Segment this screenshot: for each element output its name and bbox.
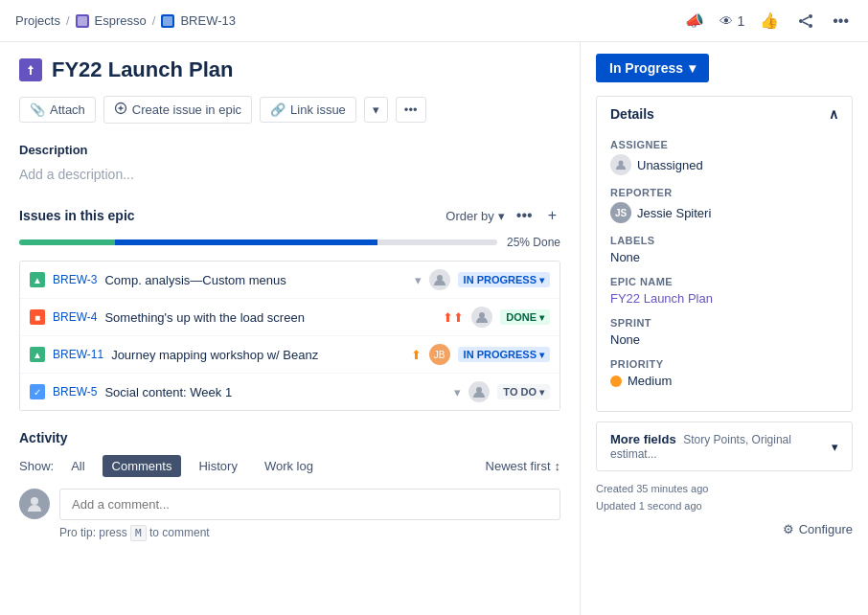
epic-name-value[interactable]: FY22 Launch Plan (610, 291, 838, 306)
breadcrumb-sep-1: / (66, 13, 70, 28)
epic-type-icon (19, 58, 42, 81)
top-nav: Projects / Espresso / BREW-13 📣 👁 1 👍 ••… (0, 0, 868, 42)
issue-title: FY22 Launch Plan (52, 57, 234, 82)
issue-key-brew11[interactable]: BREW-11 (53, 348, 103, 361)
comment-input[interactable] (59, 489, 560, 520)
more-button[interactable]: ••• (829, 9, 853, 34)
breadcrumb-brew13[interactable]: BREW-13 (180, 13, 236, 28)
activity-title: Activity (19, 430, 560, 445)
issue-type-bug-icon: ■ (30, 309, 45, 325)
status-badge-brew11[interactable]: IN PROGRESS ▾ (458, 347, 550, 362)
watch-button[interactable]: 👁 1 (720, 13, 744, 29)
priority-icon-brew11: ⬆ (411, 348, 422, 362)
svg-point-12 (619, 161, 624, 166)
sprint-row: Sprint None (610, 317, 838, 347)
filter-worklog-button[interactable]: Work log (255, 455, 323, 477)
filter-all-button[interactable]: All (61, 455, 94, 477)
link-icon: 🔗 (270, 102, 286, 117)
more-toolbar-chevron[interactable]: ▾ (364, 97, 388, 123)
assignee-row: Assignee Unassigned (610, 139, 838, 175)
svg-point-4 (809, 24, 812, 28)
create-issue-icon (114, 102, 127, 118)
epic-name-label: Epic Name (610, 276, 838, 287)
espresso-icon (76, 14, 89, 28)
details-card: Details ∧ Assignee Unassigned Reporter (596, 96, 853, 412)
updated-timestamp: Updated 1 second ago (596, 498, 853, 515)
issue-list: ▲ BREW-3 Comp. analysis—Custom menus ▾ I… (19, 261, 560, 411)
breadcrumb-espresso[interactable]: Espresso (95, 13, 147, 28)
table-row[interactable]: ✓ BREW-5 Social content: Week 1 ▾ TO DO … (20, 374, 560, 410)
labels-value[interactable]: None (610, 250, 838, 264)
status-badge-brew3[interactable]: IN PROGRESS ▾ (458, 272, 550, 287)
reporter-label: Reporter (610, 187, 838, 198)
status-chevron-icon: ▾ (689, 60, 696, 76)
table-row[interactable]: ■ BREW-4 Something's up with the load sc… (20, 299, 560, 336)
issue-type-story-icon-11: ▲ (30, 347, 45, 362)
issue-summary-brew5: Social content: Week 1 (104, 385, 446, 399)
svg-rect-1 (163, 16, 172, 26)
details-collapse-icon: ∧ (829, 106, 838, 122)
more-fields-header[interactable]: More fields Story Points, Original estim… (597, 422, 852, 470)
share-button[interactable] (794, 10, 817, 33)
reporter-avatar: JS (610, 202, 631, 223)
epic-name-row: Epic Name FY22 Launch Plan (610, 276, 838, 306)
assignee-value[interactable]: Unassigned (610, 154, 838, 175)
issue-title-row: FY22 Launch Plan (19, 57, 560, 82)
issue-key-brew4[interactable]: BREW-4 (53, 310, 97, 324)
issues-header: Issues in this epic Order by ▾ ••• + (19, 205, 560, 226)
more-toolbar-dots[interactable]: ••• (396, 97, 426, 123)
sprint-value[interactable]: None (610, 332, 838, 347)
filter-comments-button[interactable]: Comments (103, 455, 182, 477)
table-row[interactable]: ▲ BREW-11 Journey mapping workshop w/ Be… (20, 336, 560, 374)
issue-summary-brew11: Journey mapping workshop w/ Beanz (111, 348, 402, 362)
issue-summary-brew3: Comp. analysis—Custom menus (104, 273, 406, 287)
more-fields-card: More fields Story Points, Original estim… (596, 421, 853, 471)
details-header[interactable]: Details ∧ (597, 97, 852, 131)
left-panel: FY22 Launch Plan 📎 Attach Create issue i… (0, 42, 581, 615)
issue-key-brew5[interactable]: BREW-5 (53, 385, 97, 399)
issues-title: Issues in this epic (19, 208, 135, 223)
status-badge-brew4[interactable]: DONE ▾ (500, 309, 550, 325)
issues-epic-section: Issues in this epic Order by ▾ ••• + 25%… (19, 205, 560, 411)
breadcrumb-projects[interactable]: Projects (15, 13, 60, 28)
reporter-value[interactable]: JS Jessie Spiteri (610, 202, 838, 223)
more-fields-label-row: More fields Story Points, Original estim… (610, 432, 832, 461)
activity-show-row: Show: All Comments History Work log Newe… (19, 455, 560, 477)
priority-icon-brew4: ⬆⬆ (443, 310, 464, 325)
svg-point-2 (809, 14, 812, 18)
issue-type-story-icon: ▲ (30, 272, 45, 287)
filter-history-button[interactable]: History (189, 455, 246, 477)
add-issue-button[interactable]: + (544, 205, 560, 226)
attach-button[interactable]: 📎 Attach (19, 97, 96, 123)
status-label: In Progress (609, 60, 683, 76)
like-button[interactable]: 👍 (756, 8, 783, 34)
status-badge-brew5[interactable]: TO DO ▾ (497, 384, 550, 399)
progress-text: 25% Done (507, 236, 560, 249)
description-placeholder[interactable]: Add a description... (19, 163, 560, 186)
issue-key-brew3[interactable]: BREW-3 (53, 273, 97, 286)
order-by-button[interactable]: Order by ▾ (445, 209, 505, 223)
assignee-avatar-brew5 (468, 381, 490, 402)
attach-icon: 📎 (30, 102, 45, 117)
configure-button[interactable]: ⚙ Configure (783, 522, 853, 536)
issues-more-button[interactable]: ••• (513, 205, 537, 226)
pro-tip: Pro tip: press M to comment (59, 526, 560, 539)
assignee-avatar-brew3 (429, 269, 450, 290)
table-row[interactable]: ▲ BREW-3 Comp. analysis—Custom menus ▾ I… (20, 262, 560, 299)
issue-summary-brew4: Something's up with the load screen (104, 310, 435, 325)
sort-button[interactable]: Newest first ↕ (486, 459, 560, 473)
status-button[interactable]: In Progress ▾ (596, 54, 709, 82)
priority-value[interactable]: Medium (610, 374, 838, 388)
announce-button[interactable]: 📣 (681, 8, 708, 34)
create-issue-button[interactable]: Create issue in epic (103, 96, 252, 124)
link-issue-button[interactable]: 🔗 Link issue (260, 97, 356, 123)
more-fields-chevron-icon: ▾ (832, 440, 838, 454)
nav-actions: 📣 👁 1 👍 ••• (681, 8, 853, 34)
svg-line-6 (803, 22, 809, 25)
show-label: Show: (19, 459, 54, 473)
priority-row: Priority Medium (610, 358, 838, 388)
priority-label: Priority (610, 358, 838, 370)
assignee-label: Assignee (610, 139, 838, 150)
priority-medium-icon (610, 376, 622, 387)
progress-blue (115, 239, 377, 245)
